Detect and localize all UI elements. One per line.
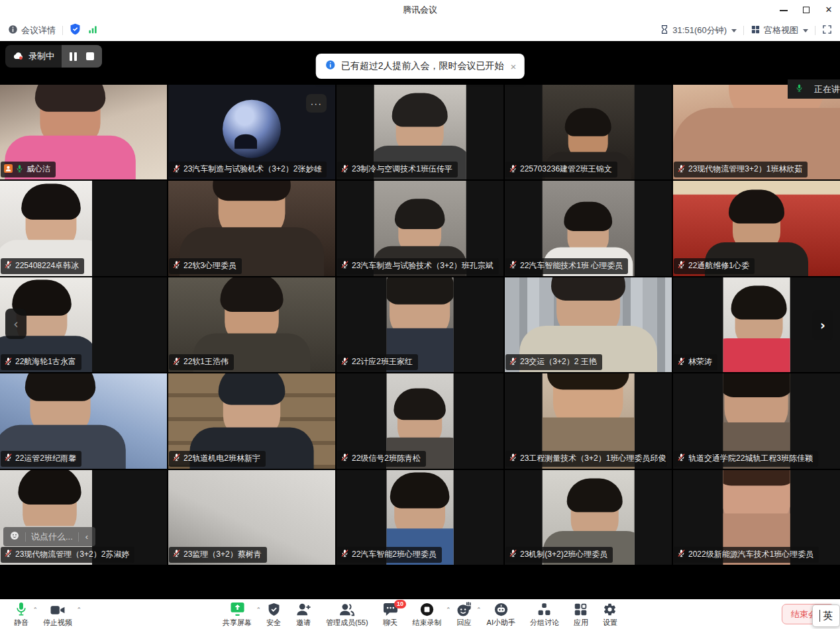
meeting-details-button[interactable]: 会议详情 [8, 24, 56, 37]
participant-label: 225408224卓韩冰 [1, 258, 84, 274]
participant-label: 23交运（3+2）2 王艳 [505, 354, 602, 370]
video-tile[interactable]: 23机制(3+2)2班心理委员 [505, 470, 672, 565]
participant-name: 22汽车智能2班心理委员 [352, 549, 437, 560]
view-mode-selector[interactable]: 宫格视图 [751, 24, 808, 37]
chat-input-placeholder[interactable]: 说点什么... [31, 531, 73, 543]
video-tile[interactable]: 22运管2班纪雨馨 [0, 373, 167, 468]
close-button[interactable]: ✕ [824, 5, 833, 15]
participant-label: 23汽车制造与试验技术（3+2）班孔宗斌 [337, 258, 499, 274]
network-signal-icon[interactable] [87, 24, 98, 37]
chevron-down-icon [731, 29, 737, 32]
fullscreen-icon[interactable] [822, 24, 832, 37]
video-tile[interactable]: 22级信号2班陈青松 [337, 373, 503, 468]
react-button[interactable]: 回应⌃ [449, 599, 480, 629]
mute-button[interactable]: 静音⌃ [7, 599, 36, 629]
participant-name: 22运管2班纪雨馨 [15, 453, 76, 464]
mic-muted-icon [341, 357, 349, 367]
security-button[interactable]: 安全 [259, 599, 288, 629]
participant-name: 22航海轮1古永富 [15, 356, 76, 367]
participant-label: 23监理（3+2）蔡树青 [169, 547, 267, 563]
mic-muted-icon [677, 453, 686, 463]
video-tile[interactable]: 23汽车制造与试验技术（3+2）班孔宗斌 [337, 181, 503, 275]
video-tile[interactable]: 22软1王浩伟 [168, 277, 335, 372]
participant-name: 轨道交通学院22城轨工程3班陈佳颖 [688, 453, 813, 464]
video-tile[interactable]: 23监理（3+2）蔡树青 [168, 470, 335, 565]
participant-name: 23汽车制造与试验技术（3+2）班孔宗斌 [352, 260, 494, 271]
mic-muted-icon [341, 549, 349, 559]
chevron-up-icon[interactable]: ⌃ [76, 606, 81, 613]
mic-muted-icon [4, 357, 13, 367]
profile-avatar [223, 99, 281, 158]
chevron-down-icon [803, 29, 808, 32]
participant-name: 林荣涛 [688, 356, 712, 367]
participant-label: 22汽车智能技术1班 心理委员 [505, 258, 628, 274]
apps-button[interactable]: 应用 [566, 599, 596, 629]
video-tile[interactable]: 23制冷与空调技术1班伍传平 [337, 85, 503, 179]
collapse-chat-icon[interactable]: ‹ [84, 532, 89, 542]
meeting-header: 会议详情 31:51(60分钟) 宫格视图 [0, 20, 840, 41]
members-icon [339, 601, 355, 616]
maximize-button[interactable] [802, 5, 811, 15]
next-page-button[interactable]: › [812, 310, 833, 340]
mic-muted-icon [341, 453, 349, 463]
quick-chat-bar[interactable]: 说点什么... ‹ [3, 527, 95, 546]
toolbar-left-group: 静音⌃停止视频⌃ [7, 599, 79, 629]
participant-label: 23汽车制造与试验机术（3+2）2张妙雄 [169, 162, 327, 177]
video-tile[interactable]: 23现代物流管理3+2）1班林欣茹 [673, 85, 840, 179]
mic-muted-icon [172, 164, 181, 175]
emoji-icon[interactable] [9, 530, 20, 543]
participant-name: 22通航维修1心委 [688, 260, 749, 271]
video-tile[interactable]: 23工程测量技术（3+2）1班心理委员邱俊 [505, 373, 672, 468]
stop-video-button[interactable]: 停止视频⌃ [36, 599, 79, 629]
video-tile[interactable]: 威心洁 [0, 85, 167, 179]
breakout-button[interactable]: 分组讨论 [523, 599, 566, 629]
participant-label: 22软1王浩伟 [169, 354, 234, 370]
video-tile[interactable]: 225703236建管2班王锦文 [505, 85, 672, 179]
pause-recording-button[interactable] [70, 52, 77, 61]
invite-button[interactable]: 邀请 [288, 599, 319, 629]
video-tile[interactable]: 225408224卓韩冰 [0, 181, 167, 275]
mic-muted-icon [509, 453, 517, 463]
participant-name: 23汽车制造与试验机术（3+2）2张妙雄 [184, 164, 321, 175]
banner-close-icon[interactable]: × [509, 61, 518, 72]
video-grid: 威心洁···23汽车制造与试验机术（3+2）2张妙雄23制冷与空调技术1班伍传平… [0, 85, 840, 565]
divider [62, 26, 63, 35]
participant-name: 22级信号2班陈青松 [352, 453, 421, 464]
video-tile[interactable]: 22汽车智能2班心理委员 [337, 470, 503, 565]
stop-record-button[interactable]: 结束录制⌃ [405, 599, 449, 629]
info-icon [8, 24, 18, 37]
stop-recording-button[interactable] [86, 52, 94, 60]
video-tile[interactable]: 23现代物流管理（3+2）2苏淑婷 [0, 470, 167, 565]
breakout-icon [537, 601, 551, 616]
mic-on-icon [795, 83, 804, 95]
security-shield-icon[interactable] [70, 23, 81, 38]
video-tile[interactable]: 22汽车智能技术1班 心理委员 [505, 181, 672, 275]
mic-muted-icon [509, 357, 517, 367]
chat-button[interactable]: 聊天10 [376, 599, 405, 629]
mic-muted-icon [341, 164, 349, 175]
toolbar-center-group: 共享屏幕⌃安全邀请管理成员(55)聊天10结束录制⌃回应⌃AI小助手分组讨论应用… [215, 599, 625, 629]
participant-label: 23机制(3+2)2班心理委员 [505, 547, 613, 563]
video-tile[interactable]: 23交运（3+2）2 王艳 [505, 277, 672, 372]
participant-name: 22计应2班王家红 [352, 356, 413, 367]
video-tile[interactable]: 轨道交通学院22城轨工程3班陈佳颖 [673, 373, 840, 468]
video-tile[interactable]: ···23汽车制造与试验机术（3+2）2张妙雄 [168, 85, 335, 179]
mic-muted-icon [677, 164, 686, 175]
ime-language-label: 英 [823, 610, 833, 622]
video-tile[interactable]: 2022级新能源汽车技术1班心理委员 [673, 470, 840, 565]
ai-assistant-button[interactable]: AI小助手 [480, 599, 523, 629]
video-tile[interactable]: 22软3心理委员 [168, 181, 335, 275]
settings-button[interactable]: 设置 [596, 599, 625, 629]
share-screen-button[interactable]: 共享屏幕⌃ [215, 599, 259, 629]
video-tile[interactable]: 22通航维修1心委 [673, 181, 840, 275]
previous-page-button[interactable]: ‹ [5, 309, 26, 339]
video-tile[interactable]: 22计应2班王家红 [337, 277, 503, 372]
person-silhouette [723, 291, 790, 372]
members-button[interactable]: 管理成员(55) [319, 599, 376, 629]
video-tile[interactable]: 22轨道机电2班林新宇 [168, 373, 335, 468]
minimize-button[interactable] [779, 5, 788, 15]
mic-muted-icon [509, 549, 517, 559]
participant-label: 轨道交通学院22城轨工程3班陈佳颖 [674, 451, 818, 467]
meeting-timer[interactable]: 31:51(60分钟) [660, 24, 737, 37]
more-options-button[interactable]: ··· [306, 94, 327, 113]
